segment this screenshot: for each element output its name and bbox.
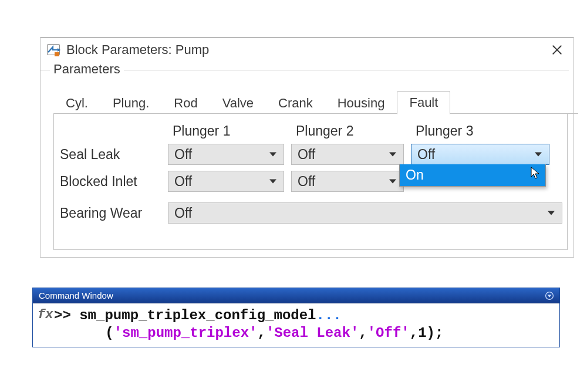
tab-fault[interactable]: Fault (397, 91, 450, 114)
tab-valve[interactable]: Valve (210, 92, 266, 114)
close-button[interactable] (544, 38, 570, 62)
code-line-continuation: ... (316, 307, 341, 323)
code-paren-open: ( (105, 325, 113, 341)
header-plunger-1: Plunger 1 (168, 123, 284, 139)
svg-marker-4 (547, 295, 551, 297)
cursor-arrow-icon (531, 167, 540, 180)
parameters-group-label: Parameters (50, 62, 124, 77)
dropdown-option-on[interactable]: On (400, 164, 545, 186)
combo-blocked-inlet-p2[interactable]: Off (291, 171, 404, 192)
tab-cyl[interactable]: Cyl. (53, 92, 100, 114)
collapse-button[interactable] (544, 290, 555, 301)
combo-value: Off (417, 147, 435, 163)
chevron-down-icon (389, 180, 396, 184)
combo-value: Off (174, 147, 192, 163)
combo-blocked-inlet-p1[interactable]: Off (168, 171, 284, 192)
combo-seal-leak-p1[interactable]: Off (168, 144, 284, 165)
header-plunger-3: Plunger 3 (411, 123, 549, 139)
code-string-arg-3: 'Off' (367, 325, 410, 341)
dropdown-open-seal-leak-p3[interactable]: On (399, 164, 546, 187)
dialog-title: Block Parameters: Pump (66, 42, 209, 58)
chevron-down-icon (548, 211, 555, 215)
dialog-titlebar: Block Parameters: Pump (41, 38, 573, 62)
block-parameters-dialog: Block Parameters: Pump Parameters Cyl. P… (40, 38, 574, 258)
command-prompt: >> (54, 307, 79, 323)
collapse-icon (545, 291, 554, 300)
command-window: Command Window fx>> sm_pump_triplex_conf… (32, 288, 560, 347)
tab-crank[interactable]: Crank (266, 92, 325, 114)
label-seal-leak: Seal Leak (60, 147, 161, 163)
tab-plung[interactable]: Plung. (100, 92, 161, 114)
label-bearing-wear: Bearing Wear (60, 205, 161, 221)
combo-seal-leak-p3[interactable]: Off (411, 144, 549, 165)
chevron-down-icon (269, 180, 276, 184)
combo-seal-leak-p2[interactable]: Off (291, 144, 404, 165)
combo-value: Off (298, 174, 315, 190)
code-paren-close: ); (427, 325, 444, 341)
command-window-body[interactable]: fx>> sm_pump_triplex_config_model... ('s… (33, 303, 559, 347)
chevron-down-icon (389, 153, 396, 157)
fx-indicator: fx (38, 307, 54, 323)
code-string-arg-1: 'sm_pump_triplex' (114, 325, 258, 341)
code-string-arg-2: 'Seal Leak' (266, 325, 359, 341)
combo-value: Off (174, 205, 192, 221)
command-window-title: Command Window (39, 290, 113, 300)
code-function-name: sm_pump_triplex_config_model (79, 307, 316, 323)
close-icon (552, 45, 562, 55)
parameters-group: Parameters Cyl. Plung. Rod Valve Crank H… (41, 70, 573, 250)
tab-strip: Cyl. Plung. Rod Valve Crank Housing Faul… (53, 89, 573, 114)
svg-rect-2 (55, 52, 59, 56)
code-number-arg: 1 (418, 325, 426, 341)
row-bearing-wear: Bearing Wear Off (60, 202, 562, 224)
command-window-titlebar: Command Window (33, 288, 559, 303)
tab-rod[interactable]: Rod (161, 92, 210, 114)
tab-housing[interactable]: Housing (325, 92, 397, 114)
combo-bearing-wear[interactable]: Off (168, 202, 562, 224)
fault-column-headers: Plunger 1 Plunger 2 Plunger 3 (60, 123, 562, 139)
chevron-down-icon (269, 153, 276, 157)
combo-value: Off (298, 147, 315, 163)
header-plunger-2: Plunger 2 (291, 123, 404, 139)
label-blocked-inlet: Blocked Inlet (60, 174, 161, 190)
fault-tab-page: Plunger 1 Plunger 2 Plunger 3 Seal Leak … (53, 114, 568, 250)
simulink-block-icon (46, 43, 60, 57)
combo-value: Off (174, 174, 192, 190)
row-seal-leak: Seal Leak Off Off Off (60, 144, 562, 165)
chevron-down-icon (535, 153, 542, 157)
